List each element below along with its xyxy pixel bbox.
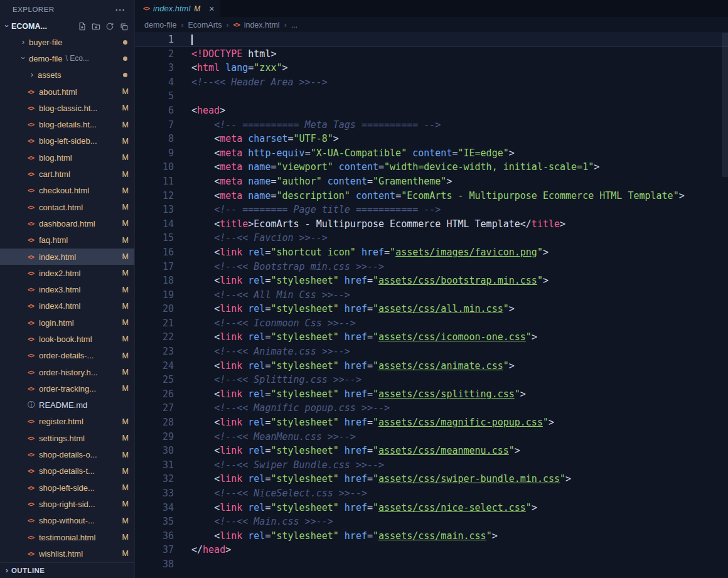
close-icon[interactable]: × (209, 4, 214, 14)
file-item-cart-html[interactable]: <>cart.htmlM (0, 166, 134, 182)
new-folder-icon[interactable] (92, 22, 100, 31)
code-line-15[interactable]: 15 <!--<< Favcion >>--> (135, 231, 728, 245)
breadcrumb-item[interactable]: EcomArts (188, 21, 222, 29)
breadcrumb-separator-icon: › (181, 21, 183, 29)
code-line-29[interactable]: 29 <!--<< MeanMenu.css >>--> (135, 430, 728, 444)
code-line-25[interactable]: 25 <!--<< Splitting.css >>--> (135, 373, 728, 387)
code-line-10[interactable]: 10 <meta name="viewport" content="width=… (135, 160, 728, 174)
file-item-shop-details-o[interactable]: <>shop-details-o...M (0, 446, 134, 463)
code-line-20[interactable]: 20 <link rel="stylesheet" href="assets/c… (135, 302, 728, 316)
file-item-register-html[interactable]: <>register.htmlM (0, 414, 134, 430)
line-content: <link rel="stylesheet" href="assets/css/… (174, 444, 728, 458)
file-item-wishlist-html[interactable]: <>wishlist.htmlM (0, 545, 134, 562)
code-line-35[interactable]: 35 <!--<< Main.css >>--> (135, 515, 728, 529)
code-line-23[interactable]: 23 <!--<< Animate.css >>--> (135, 345, 728, 359)
code-line-5[interactable]: 5 (135, 89, 728, 104)
file-item-order-history-h[interactable]: <>order-history.h...M (0, 364, 134, 380)
code-line-17[interactable]: 17 <!--<< Bootstrap min.css >>--> (135, 260, 728, 274)
file-item-blog-left-sideb[interactable]: <>blog-left-sideb...M (0, 133, 134, 149)
file-item-shop-details-t[interactable]: <>shop-details-t...M (0, 463, 134, 479)
line-content: <link rel="stylesheet" href="assets/css/… (174, 359, 728, 373)
file-item-order-tracking[interactable]: <>order-tracking...M (0, 380, 134, 397)
file-item-index-html[interactable]: <>index.htmlM (0, 249, 134, 265)
code-line-21[interactable]: 21 <!--<< Iconmoon Css >>--> (135, 316, 728, 331)
code-line-32[interactable]: 32 <link rel="stylesheet" href="assets/c… (135, 472, 728, 486)
new-file-icon[interactable] (78, 22, 87, 31)
html-file-icon: <> (28, 501, 38, 508)
file-item-shop-left-side[interactable]: <>shop-left-side...M (0, 479, 134, 496)
file-item-index3-html[interactable]: <>index3.htmlM (0, 281, 134, 297)
code-line-26[interactable]: 26 <link rel="stylesheet" href="assets/c… (135, 387, 728, 402)
code-line-1[interactable]: 1 (135, 33, 728, 47)
folder-item-assets[interactable]: ›assets (0, 67, 134, 83)
code-line-19[interactable]: 19 <!--<< All Min Css >>--> (135, 288, 728, 302)
code-line-36[interactable]: 36 <link rel="stylesheet" href="assets/c… (135, 529, 728, 543)
code-line-11[interactable]: 11 <meta name="author" content="Gramenth… (135, 174, 728, 189)
code-line-33[interactable]: 33 <!--<< NiceSelect.css >>--> (135, 486, 728, 501)
file-item-shop-without[interactable]: <>shop-without-...M (0, 513, 134, 529)
file-item-dashboard-html[interactable]: <>dashboard.htmlM (0, 215, 134, 232)
breadcrumb-item[interactable]: demo-file (144, 21, 176, 29)
file-item-about-html[interactable]: <>about.htmlM (0, 83, 134, 100)
file-item-readme-md[interactable]: ⓘREADME.md (0, 397, 134, 414)
line-number: 3 (135, 61, 174, 75)
code-line-16[interactable]: 16 <link rel="shortcut icon" href="asset… (135, 245, 728, 260)
code-line-12[interactable]: 12 <meta name="description" content="Eco… (135, 189, 728, 203)
editor-scrollbar[interactable] (722, 33, 728, 578)
collapse-all-icon[interactable] (119, 22, 128, 31)
code-line-6[interactable]: 6<head> (135, 104, 728, 118)
scrollbar-thumb[interactable] (722, 33, 728, 177)
code-line-9[interactable]: 9 <meta http-equiv="X-UA-Compatible" con… (135, 146, 728, 161)
code-line-34[interactable]: 34 <link rel="stylesheet" href="assets/c… (135, 501, 728, 515)
html-file-icon: <> (233, 21, 240, 28)
code-line-24[interactable]: 24 <link rel="stylesheet" href="assets/c… (135, 359, 728, 373)
breadcrumb-item[interactable]: index.html (244, 21, 280, 29)
file-item-blog-classic-ht[interactable]: <>blog-classic.ht...M (0, 100, 134, 116)
line-content: <!--<< Bootstrap min.css >>--> (174, 260, 728, 274)
code-line-2[interactable]: 2<!DOCTYPE html> (135, 47, 728, 62)
code-line-31[interactable]: 31 <!--<< Swiper Bundle.css >>--> (135, 458, 728, 473)
file-item-blog-details-ht[interactable]: <>blog-details.ht...M (0, 116, 134, 132)
file-item-contact-html[interactable]: <>contact.htmlM (0, 199, 134, 215)
code-line-22[interactable]: 22 <link rel="stylesheet" href="assets/c… (135, 330, 728, 345)
workspace-header[interactable]: › ECOMA... (0, 19, 134, 34)
file-item-order-details[interactable]: <>order-details-...M (0, 348, 134, 364)
breadcrumb-item[interactable]: ... (291, 21, 297, 29)
file-item-blog-html[interactable]: <>blog.htmlM (0, 149, 134, 166)
code-line-28[interactable]: 28 <link rel="stylesheet" href="assets/c… (135, 415, 728, 430)
html-file-icon: <> (28, 302, 38, 309)
file-item-shop-right-sid[interactable]: <>shop-right-sid...M (0, 496, 134, 512)
code-line-7[interactable]: 7 <!-- ========== Meta Tags ========== -… (135, 118, 728, 132)
explorer-sidebar: EXPLORER ⋯ › ECOMA... ›buyer-file›demo-f… (0, 0, 135, 578)
git-modified-badge: M (122, 516, 129, 525)
code-line-30[interactable]: 30 <link rel="stylesheet" href="assets/c… (135, 444, 728, 458)
code-line-13[interactable]: 13 <!-- ======== Page title =========== … (135, 203, 728, 217)
refresh-icon[interactable] (105, 22, 114, 31)
code-line-14[interactable]: 14 <title>EcomArts - Multipurpose Ecomme… (135, 217, 728, 232)
more-actions-icon[interactable]: ⋯ (115, 4, 126, 16)
html-file-icon: <> (28, 137, 38, 144)
tab-index-html[interactable]: <> index.html M × (135, 0, 220, 17)
file-item-index2-html[interactable]: <>index2.htmlM (0, 265, 134, 281)
code-line-18[interactable]: 18 <link rel="stylesheet" href="assets/c… (135, 274, 728, 288)
code-line-4[interactable]: 4<!--<< Header Area >>--> (135, 75, 728, 90)
file-item-settings-html[interactable]: <>settings.htmlM (0, 430, 134, 446)
code-line-37[interactable]: 37</head> (135, 543, 728, 557)
outline-section[interactable]: › OUTLINE (0, 562, 134, 578)
code-line-3[interactable]: 3<html lang="zxx"> (135, 61, 728, 75)
file-item-look-book-html[interactable]: <>look-book.htmlM (0, 331, 134, 347)
file-item-login-html[interactable]: <>login.htmlM (0, 314, 134, 331)
code-line-38[interactable]: 38 (135, 557, 728, 572)
file-item-faq-html[interactable]: <>faq.htmlM (0, 232, 134, 249)
code-line-27[interactable]: 27 <!--<< Magnific popup.css >>--> (135, 401, 728, 415)
breadcrumb-separator-icon: › (227, 21, 229, 29)
line-content: <!-- ========== Meta Tags ========== --> (174, 118, 728, 132)
html-file-icon: <> (28, 534, 38, 541)
file-item-checkout-html[interactable]: <>checkout.htmlM (0, 183, 134, 199)
folder-item-buyer-file[interactable]: ›buyer-file (0, 34, 134, 50)
file-item-index4-html[interactable]: <>index4.htmlM (0, 298, 134, 314)
folder-item-demo-file[interactable]: ›demo-file\ Eco... (0, 50, 134, 67)
line-content: <!--<< Favcion >>--> (174, 231, 728, 245)
file-item-testimonial-html[interactable]: <>testimonial.htmlM (0, 529, 134, 545)
code-line-8[interactable]: 8 <meta charset="UTF-8"> (135, 132, 728, 146)
